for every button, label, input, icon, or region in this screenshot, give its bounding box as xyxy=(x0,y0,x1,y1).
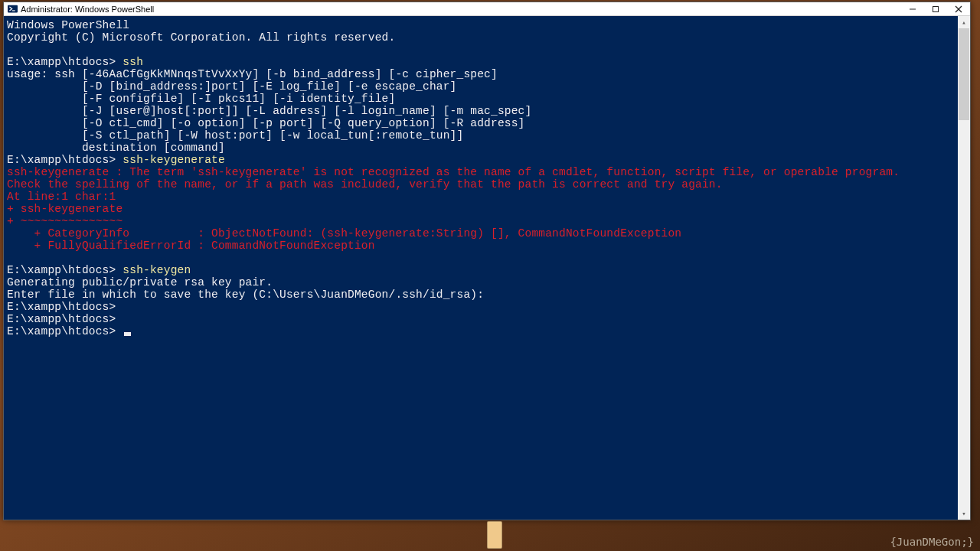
title-bar[interactable]: Administrator: Windows PowerShell xyxy=(4,2,970,16)
scrollbar-track[interactable] xyxy=(958,28,970,507)
output-line: Enter file in which to save the key (C:\… xyxy=(7,289,484,301)
prompt: E:\xampp\htdocs> xyxy=(7,313,116,325)
terminal-output[interactable]: Windows PowerShell Copyright (C) Microso… xyxy=(4,16,958,520)
output-line: [-J [user@]host[:port]] [-L address] [-l… xyxy=(7,105,531,117)
svg-rect-3 xyxy=(933,6,939,11)
terminal-area: Windows PowerShell Copyright (C) Microso… xyxy=(4,16,970,520)
command-input: ssh-keygen xyxy=(122,264,191,276)
window-title: Administrator: Windows PowerShell xyxy=(21,5,154,14)
powershell-icon xyxy=(7,4,18,15)
command-input: ssh-keygenerate xyxy=(122,154,225,166)
prompt: E:\xampp\htdocs> xyxy=(7,325,116,337)
scrollbar-thumb[interactable] xyxy=(959,28,969,120)
scrollbar-arrow-down-icon[interactable]: ▾ xyxy=(958,507,970,520)
prompt: E:\xampp\htdocs> xyxy=(7,56,116,68)
output-line: Generating public/private rsa key pair. xyxy=(7,276,273,289)
output-line: [-O ctl_cmd] [-o option] [-p port] [-Q q… xyxy=(7,117,525,129)
output-line: usage: ssh [-46AaCfGgKkMNnqsTtVvXxYy] [-… xyxy=(7,68,498,80)
error-line: At line:1 char:1 xyxy=(7,191,116,203)
prompt: E:\xampp\htdocs> xyxy=(7,264,116,276)
banner-line: Windows PowerShell xyxy=(7,19,129,31)
error-line: ssh-keygenerate : The term 'ssh-keygener… xyxy=(7,166,900,178)
output-line: [-D [bind_address:]port] [-E log_file] [… xyxy=(7,80,457,93)
command-input: ssh xyxy=(122,56,143,68)
cursor xyxy=(124,332,131,336)
error-line: Check the spelling of the name, or if a … xyxy=(7,178,723,191)
maximize-button[interactable] xyxy=(924,2,947,16)
prompt: E:\xampp\htdocs> xyxy=(7,154,116,166)
close-button[interactable] xyxy=(947,2,970,16)
prompt: E:\xampp\htdocs> xyxy=(7,301,116,313)
output-line: [-S ctl_path] [-W host:port] [-w local_t… xyxy=(7,129,463,142)
vertical-scrollbar[interactable]: ▴ ▾ xyxy=(958,16,970,520)
taskbar-active-indicator[interactable] xyxy=(487,521,502,549)
powershell-window: Administrator: Windows PowerShell Window… xyxy=(3,2,971,520)
scrollbar-arrow-up-icon[interactable]: ▴ xyxy=(958,16,970,28)
banner-line: Copyright (C) Microsoft Corporation. All… xyxy=(7,31,395,44)
output-line: destination [command] xyxy=(7,142,225,154)
error-line: + CategoryInfo : ObjectNotFound: (ssh-ke… xyxy=(7,227,681,240)
minimize-button[interactable] xyxy=(901,2,924,16)
error-line: + ssh-keygenerate xyxy=(7,203,122,215)
output-line: [-F configfile] [-I pkcs11] [-i identity… xyxy=(7,93,395,105)
error-line: + FullyQualifiedErrorId : CommandNotFoun… xyxy=(7,240,375,252)
error-line: + ~~~~~~~~~~~~~~~ xyxy=(7,215,122,227)
watermark: {JuanDMeGon;} xyxy=(890,536,974,548)
